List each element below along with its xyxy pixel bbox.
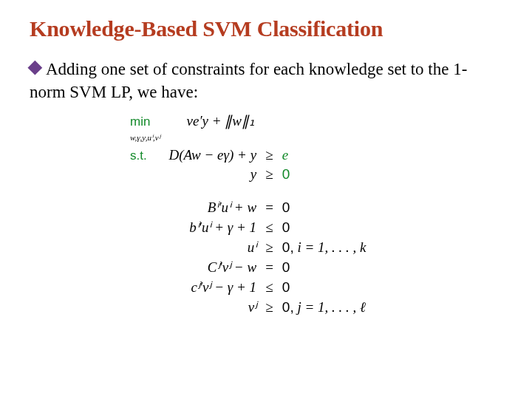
- k4-rhs: 0: [282, 259, 290, 275]
- slide-container: Knowledge-Based SVM Classification Addin…: [0, 0, 532, 399]
- k3-rel: ≥: [265, 239, 273, 255]
- c1-lhs: D(Aw − eγ) + y: [169, 147, 257, 163]
- k2-rhs: 0: [282, 219, 290, 235]
- c1-rhs: e: [282, 147, 288, 163]
- k5-lhs: cʲ′vʲ − γ + 1: [191, 279, 256, 295]
- body-paragraph: Adding one set of constraints for each k…: [30, 58, 502, 103]
- st-label: s.t.: [130, 149, 147, 163]
- min-label: min: [130, 115, 150, 129]
- k6-lhs: vʲ: [248, 299, 256, 315]
- k5-rhs: 0: [282, 279, 290, 295]
- body-text: Adding one set of constraints for each k…: [30, 60, 467, 101]
- k1-rel: =: [265, 200, 273, 215]
- k3-rhs: 0,: [282, 239, 294, 255]
- k5-rel: ≤: [265, 279, 273, 295]
- c2-rel: ≥: [265, 166, 273, 182]
- k3-tail: i = 1, . . . , k: [294, 239, 366, 255]
- k3-lhs: uⁱ: [248, 239, 257, 255]
- k1-lhs: Bⁱ′uⁱ + w: [208, 200, 256, 215]
- diamond-bullet-icon: [27, 61, 42, 75]
- c1-rel: ≥: [265, 147, 273, 163]
- k6-rel: ≥: [265, 299, 273, 315]
- k1-rhs: 0: [282, 200, 290, 215]
- lp-formulation: min w,γ,y,uⁱ,vʲ νe′y + ‖w‖₁ s.t. D(Aw − …: [126, 111, 502, 317]
- min-subscript: w,γ,y,uⁱ,vʲ: [130, 133, 160, 142]
- k2-lhs: bⁱ′uⁱ + γ + 1: [189, 219, 256, 235]
- k6-tail: j = 1, . . . , ℓ: [294, 299, 366, 315]
- c2-rhs: 0: [282, 166, 290, 182]
- slide-title: Knowledge-Based SVM Classification: [30, 16, 502, 41]
- k4-rel: =: [265, 259, 273, 275]
- objective-expression: νe′y + ‖w‖₁: [187, 113, 255, 129]
- k4-lhs: Cʲ′vʲ − w: [208, 259, 256, 275]
- c2-lhs: y: [250, 166, 256, 182]
- k6-rhs: 0,: [282, 299, 294, 315]
- k2-rel: ≤: [265, 219, 273, 235]
- equation-table: min w,γ,y,uⁱ,vʲ νe′y + ‖w‖₁ s.t. D(Aw − …: [126, 111, 371, 317]
